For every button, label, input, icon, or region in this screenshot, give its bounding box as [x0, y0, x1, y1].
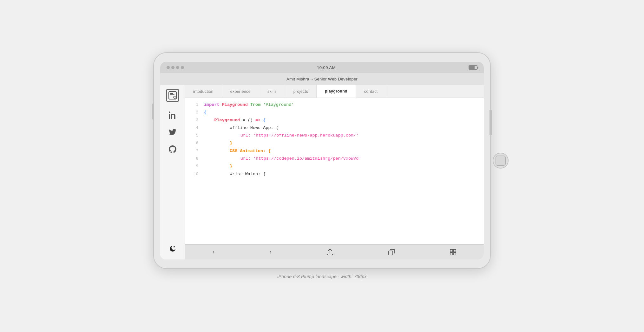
code-line-1: 1 import Playground from 'Playground' — [185, 101, 484, 109]
tab-projects[interactable]: projects — [285, 85, 317, 98]
tab-contact[interactable]: contact — [356, 85, 386, 98]
sidebar — [160, 85, 185, 259]
code-line-9: 9 } — [185, 163, 484, 170]
code-line-3: 3 Playground = () => { — [185, 117, 484, 124]
svg-rect-2 — [170, 94, 174, 95]
svg-rect-10 — [453, 249, 456, 252]
github-icon[interactable] — [169, 145, 176, 155]
svg-rect-9 — [450, 249, 453, 252]
twitter-icon[interactable] — [169, 129, 176, 137]
back-button[interactable]: ‹ — [213, 249, 214, 255]
code-editor[interactable]: 1 import Playground from 'Playground' 2 … — [185, 98, 484, 244]
code-line-4: 4 offline News App: { — [185, 124, 484, 132]
phone-screen: 10:09 AM Amit Mishra ~ Senior Web Develo… — [160, 62, 484, 259]
windows-button[interactable] — [450, 249, 456, 255]
browser-bottom-bar: ‹ › — [185, 244, 484, 259]
status-dots — [167, 66, 184, 69]
tabs-button[interactable] — [388, 249, 395, 255]
code-line-6: 6 } — [185, 139, 484, 147]
status-time: 10:09 AM — [317, 65, 336, 70]
tab-experience[interactable]: experience — [222, 85, 259, 98]
status-bar: 10:09 AM — [160, 62, 484, 73]
browser-bar: Amit Mishra ~ Senior Web Developer — [160, 73, 484, 85]
svg-rect-0 — [169, 92, 176, 99]
share-button[interactable] — [327, 249, 333, 256]
status-dot-2 — [171, 66, 174, 69]
theme-toggle-icon[interactable] — [169, 245, 176, 254]
tab-introduction[interactable]: intoduction — [185, 85, 222, 98]
svg-rect-8 — [389, 251, 393, 255]
status-dot-1 — [167, 66, 170, 69]
svg-rect-12 — [453, 252, 456, 255]
svg-rect-1 — [170, 93, 173, 94]
phone-frame: 10:09 AM Amit Mishra ~ Senior Web Develo… — [154, 53, 490, 268]
code-line-8: 8 url: 'https://codepen.io/amitmishrg/pe… — [185, 155, 484, 163]
status-dot-4 — [181, 66, 184, 69]
code-line-2: 2 { — [185, 109, 484, 116]
code-line-10: 10 Wrist Watch: { — [185, 170, 484, 178]
svg-rect-11 — [450, 252, 453, 255]
status-battery — [469, 65, 477, 70]
battery-fill — [469, 66, 475, 69]
status-dot-3 — [176, 66, 179, 69]
tab-skills[interactable]: skills — [259, 85, 285, 98]
editor-area: intoduction experience skills projects p — [185, 85, 484, 259]
tab-playground[interactable]: playground — [317, 85, 356, 98]
content-area: intoduction experience skills projects p — [160, 85, 484, 259]
device-label: iPhone 6-8 Plump landscape · width: 736p… — [277, 274, 367, 279]
code-line-7: 7 CSS Animation: { — [185, 147, 484, 155]
code-line-5: 5 url: 'https://offline-news-app.herokua… — [185, 132, 484, 139]
forward-button[interactable]: › — [270, 249, 272, 255]
svg-rect-3 — [170, 96, 174, 96]
phone-wrapper: 10:09 AM Amit Mishra ~ Senior Web Develo… — [154, 53, 490, 279]
linkedin-icon[interactable] — [169, 111, 176, 121]
home-button-inner — [496, 156, 506, 166]
logo-icon — [166, 89, 179, 102]
home-button[interactable] — [493, 153, 509, 169]
browser-title: Amit Mishra ~ Senior Web Developer — [286, 77, 358, 81]
social-icons — [169, 111, 176, 155]
nav-tabs: intoduction experience skills projects p — [185, 85, 484, 98]
svg-point-7 — [174, 246, 175, 247]
